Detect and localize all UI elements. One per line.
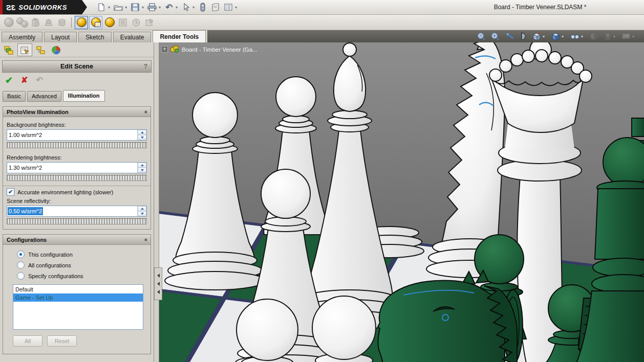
tab-sketch[interactable]: Sketch <box>78 32 112 42</box>
configurationmanager-icon[interactable] <box>33 43 48 56</box>
apply-scene-icon[interactable]: ▾ <box>603 32 617 41</box>
radio-specify-configurations[interactable]: Specify configurations <box>17 272 147 280</box>
scene-reflectivity-value[interactable]: 0.50 w/srm^2 <box>8 207 43 215</box>
schedule-render-icon[interactable] <box>130 16 142 29</box>
collapse-chevron-icon[interactable]: » <box>142 110 148 113</box>
recall-last-render-icon[interactable] <box>143 16 156 29</box>
scene-reflectivity-slider[interactable] <box>7 218 147 224</box>
print-dropdown-caret[interactable]: ▾ <box>159 5 161 10</box>
logo-flyout-arrow[interactable] <box>82 0 87 14</box>
brand-name: SOLIDWORKS <box>18 4 67 11</box>
list-item-default[interactable]: Default <box>13 285 143 293</box>
new-dropdown-caret[interactable]: ▾ <box>108 5 110 10</box>
view-orientation-icon[interactable]: ▾ <box>532 32 546 41</box>
feature-tree-item[interactable]: + Board - Timber Veneer (Ga... <box>161 46 257 53</box>
section-view-icon[interactable] <box>519 32 527 41</box>
scene-reflectivity-field[interactable]: 0.50 w/srm^2 <box>7 206 147 217</box>
graphics-viewport[interactable]: + Board - Timber Veneer (Ga... <box>154 42 644 362</box>
edit-scene-icon[interactable] <box>42 16 55 29</box>
apply-scene-caret[interactable]: ▾ <box>613 34 615 39</box>
view-orientation-caret[interactable]: ▾ <box>543 34 545 39</box>
logo-red-stripe <box>0 0 3 14</box>
solidworks-logo: 3S SOLIDWORKS <box>0 0 82 14</box>
hide-show-items-icon[interactable]: ▾ <box>570 32 585 40</box>
background-brightness-label: Background brightness: <box>7 122 147 128</box>
new-document-icon[interactable] <box>95 2 108 13</box>
3d-scene[interactable] <box>159 42 644 362</box>
panel-collapse-handle[interactable] <box>154 267 162 300</box>
radio-this-configuration[interactable]: This configuration <box>17 251 147 258</box>
display-style-icon[interactable]: ▾ <box>551 32 565 41</box>
zoom-to-fit-icon[interactable] <box>477 32 486 41</box>
tree-expand-icon[interactable]: + <box>161 46 168 53</box>
radio-button[interactable] <box>17 272 25 280</box>
select-icon[interactable] <box>180 2 192 13</box>
options-icon[interactable] <box>222 2 234 13</box>
background-brightness-spinner[interactable] <box>137 130 146 140</box>
tab-advanced[interactable]: Advanced <box>27 91 61 102</box>
edit-appearance-icon[interactable] <box>3 16 15 29</box>
help-button[interactable]: ? <box>144 63 147 70</box>
paste-appearance-icon[interactable] <box>29 16 41 29</box>
view-settings-caret[interactable]: ▾ <box>632 34 634 39</box>
edit-decal-icon[interactable] <box>56 16 68 29</box>
save-dropdown-caret[interactable]: ▾ <box>142 5 144 10</box>
cancel-button[interactable]: ✘ <box>21 75 28 85</box>
all-button[interactable]: All <box>13 335 42 347</box>
save-icon[interactable] <box>129 2 141 13</box>
configurations-listbox[interactable]: Default Game - Set Up <box>13 284 143 330</box>
accurate-lighting-checkbox[interactable]: ✔ <box>7 188 14 196</box>
displaymanager-icon[interactable] <box>49 43 64 56</box>
assembly-icon <box>170 46 179 53</box>
radio-button-selected[interactable] <box>17 251 25 258</box>
display-style-caret[interactable]: ▾ <box>562 34 564 39</box>
file-properties-icon[interactable] <box>209 2 222 13</box>
radio-button[interactable] <box>17 261 25 269</box>
featuremanager-tree-icon[interactable] <box>2 43 16 56</box>
rendering-brightness-spinner[interactable] <box>137 163 146 173</box>
reset-button[interactable]: Reset <box>47 335 77 347</box>
options-dropdown-caret[interactable]: ▾ <box>235 5 237 10</box>
configurations-group-title: Configurations <box>7 237 47 243</box>
print-icon[interactable] <box>146 2 158 13</box>
background-brightness-slider[interactable] <box>7 142 147 148</box>
tab-basic[interactable]: Basic <box>3 91 26 102</box>
hide-show-caret[interactable]: ▾ <box>581 34 583 39</box>
open-dropdown-caret[interactable]: ▾ <box>125 5 127 10</box>
undo-icon[interactable]: ↶ <box>163 2 175 13</box>
edit-appearance-hud-icon[interactable] <box>589 32 598 41</box>
radio-all-configurations[interactable]: All configurations <box>17 261 147 269</box>
final-render-icon[interactable] <box>103 16 116 29</box>
tab-layout[interactable]: Layout <box>44 32 77 42</box>
propertymanager-icon[interactable] <box>17 43 32 56</box>
undo-dropdown-caret[interactable]: ▾ <box>176 5 178 10</box>
collapse-chevron-icon[interactable]: » <box>142 238 148 241</box>
rendering-brightness-slider[interactable] <box>7 175 147 181</box>
tab-illumination[interactable]: Illumination <box>63 90 105 102</box>
render-options-icon[interactable] <box>117 16 129 29</box>
copy-appearance-icon[interactable] <box>16 16 28 29</box>
ok-button[interactable]: ✔ <box>5 75 13 86</box>
photoview-group-header[interactable]: PhotoView Illumination » <box>3 107 151 117</box>
zoom-to-area-icon[interactable] <box>490 32 500 41</box>
scene-reflectivity-spinner[interactable] <box>137 206 146 216</box>
toolbar-divider <box>71 17 72 28</box>
rendering-brightness-label: Rendering brightness: <box>7 154 147 161</box>
background-brightness-input[interactable] <box>7 130 137 140</box>
select-dropdown-caret[interactable]: ▾ <box>192 5 195 10</box>
configurations-group-header[interactable]: Configurations » <box>3 235 151 245</box>
preview-window-icon[interactable] <box>89 16 102 29</box>
integrated-preview-icon[interactable] <box>75 16 88 29</box>
list-item-game-setup[interactable]: Game - Set Up <box>13 293 143 302</box>
open-document-icon[interactable] <box>112 2 124 13</box>
tab-evaluate[interactable]: Evaluate <box>113 32 152 42</box>
tab-assembly[interactable]: Assembly <box>2 32 42 42</box>
manager-tab-bar <box>0 42 154 57</box>
view-settings-icon[interactable]: ▾ <box>621 32 636 41</box>
previous-view-icon[interactable] <box>504 32 514 41</box>
rebuild-icon[interactable] <box>197 2 209 13</box>
rendering-brightness-input[interactable] <box>7 163 137 173</box>
tab-render-tools[interactable]: Render Tools <box>153 30 206 42</box>
panel-splitter[interactable] <box>154 42 159 362</box>
undo-button[interactable]: ↶ <box>36 75 43 85</box>
